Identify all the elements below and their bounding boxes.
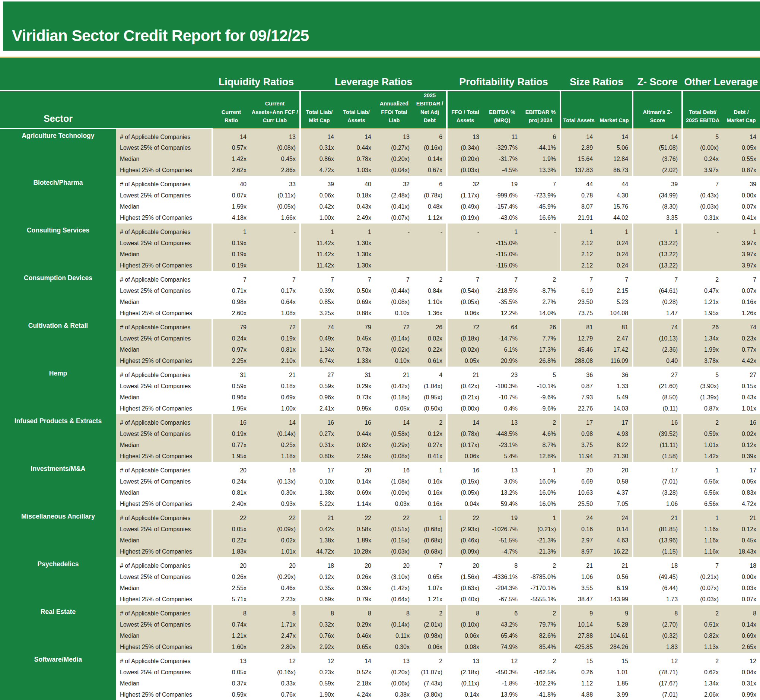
value-cell: 64	[483, 319, 521, 333]
table-row: Consumption Devices# of Applicable Compa…	[0, 271, 760, 285]
value-cell: (0.13x)	[250, 476, 300, 487]
value-cell: 0.06x	[300, 190, 338, 201]
row-label: # of Applicable Companies	[116, 176, 212, 190]
value-cell: 0.26	[560, 667, 596, 678]
value-cell: 5	[682, 367, 723, 381]
value-cell: 0.14	[596, 524, 633, 535]
value-cell: (0.28)	[633, 297, 682, 308]
value-cell	[521, 249, 560, 260]
value-cell: 7	[250, 271, 300, 285]
group-other-leverage: Other Leverage	[682, 57, 760, 91]
value-cell: 21	[560, 557, 596, 572]
value-cell: -115.0%	[483, 249, 521, 260]
value-cell: (78.71)	[633, 667, 682, 678]
col-altmans-z-score: Altman's Z- Score	[633, 91, 682, 128]
value-cell: 3.25x	[300, 308, 338, 319]
value-cell: 0.33x	[250, 678, 300, 689]
value-cell: 0.80x	[300, 451, 338, 462]
value-cell: 8	[212, 605, 250, 619]
value-cell: 0.67x	[414, 165, 447, 176]
value-cell: 0.69x	[338, 487, 375, 498]
value-cell: 0.74x	[212, 619, 250, 630]
value-cell: 20	[338, 462, 375, 476]
value-cell: 425.85	[560, 642, 596, 653]
value-cell: 1.06	[633, 498, 682, 509]
value-cell: 2.41x	[300, 403, 338, 414]
sector-name: Psychedelics	[0, 557, 116, 605]
value-cell: 0.14x	[414, 153, 447, 165]
sector-name: Cultivation & Retail	[0, 319, 116, 367]
sector-name: Consulting Services	[0, 223, 116, 271]
value-cell: -8785.0%	[521, 572, 560, 583]
value-cell: 0.30x	[375, 642, 414, 653]
value-cell: 0.06x	[447, 451, 483, 462]
row-label: Lowest 25% of Companies	[116, 381, 212, 392]
value-cell: 8	[250, 605, 300, 619]
value-cell: 38.47	[560, 594, 596, 605]
value-cell: -9.6%	[521, 392, 560, 403]
value-cell: 0.02x	[414, 333, 447, 344]
sector-name: Infused Products & Extracts	[0, 414, 116, 462]
value-cell: 0.06x	[447, 308, 483, 319]
value-cell: 0.95x	[338, 403, 375, 414]
value-cell: 13.2%	[483, 487, 521, 498]
value-cell: -115.0%	[483, 238, 521, 249]
value-cell: 6.19	[596, 583, 633, 594]
value-cell: (0.08x)	[375, 297, 414, 308]
value-cell: 143.99	[596, 594, 633, 605]
value-cell: 0.98	[560, 428, 596, 440]
sector-name: Biotech/Pharma	[0, 176, 116, 223]
value-cell: 116.09	[596, 355, 633, 367]
row-label: Median	[116, 630, 212, 642]
value-cell: (0.68x)	[414, 535, 447, 546]
value-cell: 1.33	[596, 381, 633, 392]
value-cell: 13.9%	[483, 689, 521, 700]
value-cell: 6.1%	[483, 344, 521, 355]
value-cell: 6.74x	[300, 355, 338, 367]
value-cell: 0.58x	[338, 524, 375, 535]
value-cell: 1.00x	[250, 403, 300, 414]
value-cell: 0.45x	[723, 535, 760, 546]
value-cell: 284.26	[596, 642, 633, 653]
value-cell: (2.18x)	[447, 667, 483, 678]
value-cell: 4.18x	[212, 212, 250, 223]
col-total-liab-mktcap: Total Liab/ Mkt Cap	[300, 91, 338, 128]
value-cell: 0.19x	[212, 428, 250, 440]
value-cell: 11.42x	[300, 249, 338, 260]
value-cell: 1.00x	[300, 212, 338, 223]
value-cell: 16	[633, 414, 682, 428]
value-cell: 74	[633, 319, 682, 333]
value-cell: 0.08x	[447, 642, 483, 653]
value-cell: 3.55	[560, 583, 596, 594]
value-cell: 23.50	[560, 297, 596, 308]
value-cell: 0.16x	[414, 476, 447, 487]
value-cell: 8	[300, 605, 338, 619]
sector-name: Investments/M&A	[0, 462, 116, 509]
value-cell: 1	[414, 509, 447, 524]
value-cell: 0.29x	[338, 381, 375, 392]
value-cell: 1.95x	[212, 451, 250, 462]
value-cell: (0.54x)	[447, 285, 483, 297]
value-cell: 0.35x	[300, 583, 338, 594]
value-cell: 27	[633, 367, 682, 381]
value-cell: (17.67)	[633, 678, 682, 689]
table-row: Consulting Services# of Applicable Compa…	[0, 223, 760, 238]
value-cell: 9	[560, 605, 596, 619]
value-cell: 0.99x	[723, 689, 760, 700]
value-cell: -45.9%	[521, 201, 560, 212]
value-cell: 6	[483, 605, 521, 619]
group-liquidity-ratios: Liquidity Ratios	[212, 57, 300, 91]
row-label: # of Applicable Companies	[116, 414, 212, 428]
value-cell: 1.12	[560, 678, 596, 689]
value-cell: 22	[250, 509, 300, 524]
value-cell: -10.7%	[483, 392, 521, 403]
value-cell: 0.98x	[212, 297, 250, 308]
value-cell: 0.17x	[250, 285, 300, 297]
value-cell: (0.08x)	[375, 451, 414, 462]
value-cell: 0.12x	[300, 572, 338, 583]
value-cell: 2	[414, 271, 447, 285]
value-cell: 73.75	[560, 308, 596, 319]
value-cell: -	[414, 223, 447, 238]
value-cell: -999.6%	[483, 190, 521, 201]
value-cell: 1.38x	[300, 535, 338, 546]
